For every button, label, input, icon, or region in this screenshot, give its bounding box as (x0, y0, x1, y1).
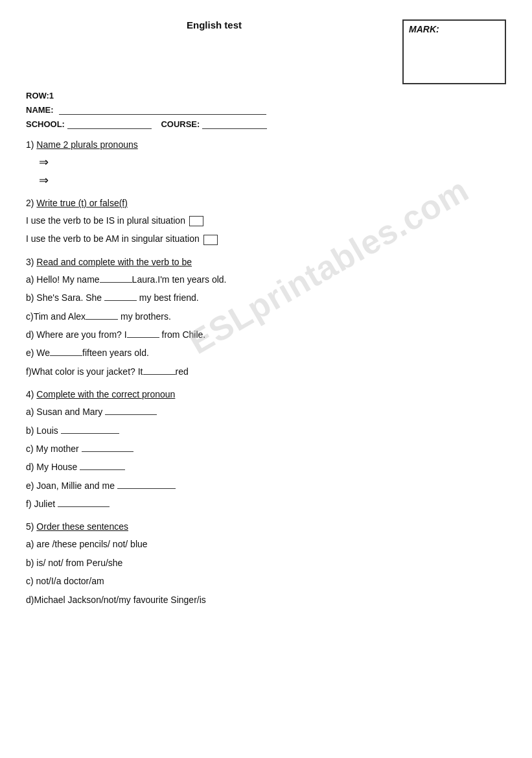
section-3-item-a: a) Hello! My nameLaura.I'm ten years old… (26, 272, 506, 287)
section-2: 2) Write true (t) or false(f) I use the … (26, 198, 506, 246)
section-3-item-f: f)What color is your jacket? Itred (26, 364, 506, 379)
section-2-item-2: I use the verb to be AM in singular situ… (26, 231, 506, 246)
section-3-item-c: c)Tim and Alex my brothers. (26, 309, 506, 324)
section-5-item-c-text: not/I/a doctor/am (36, 576, 104, 586)
section-2-number: 2) (26, 198, 34, 208)
section-2-item-1: I use the verb to be IS in plural situat… (26, 213, 506, 228)
row-label: ROW:1 (26, 91, 506, 101)
blank-3f[interactable] (143, 364, 176, 375)
school-label: SCHOOL: (26, 119, 65, 129)
section-3-number: 3) (26, 257, 34, 267)
blank-3a[interactable] (100, 272, 132, 283)
section-3-item-d: d) Where are you from? I from Chile. (26, 327, 506, 342)
name-label: NAME: (26, 105, 54, 115)
section-5-item-b-text: is/ not/ from Peru/she (36, 558, 122, 568)
section-5-item-c: c) not/I/a doctor/am (26, 574, 506, 588)
section-4: 4) Complete with the correct pronoun a) … (26, 389, 506, 511)
blank-4c[interactable] (82, 442, 133, 452)
section-4-item-b: b) Louis (26, 423, 506, 438)
mark-box: MARK: (402, 19, 506, 84)
section-4-item-a: a) Susan and Mary (26, 405, 506, 419)
blank-3e[interactable] (50, 346, 82, 356)
section-3-item-b: b) She's Sara. She my best friend. (26, 290, 506, 305)
blank-4b[interactable] (61, 423, 119, 434)
course-label: COURSE: (161, 119, 200, 129)
name-row: NAME: (26, 104, 506, 115)
checkbox-1[interactable] (189, 216, 203, 226)
blank-3c[interactable] (86, 309, 118, 320)
section-2-text: Write true (t) or false(f) (36, 198, 128, 208)
section-1-text: Name 2 plurals pronouns (36, 139, 137, 150)
mark-label: MARK: (409, 24, 439, 34)
section-4-item-f: f) Juliet (26, 497, 506, 511)
section-2-title: 2) Write true (t) or false(f) (26, 198, 506, 208)
section-5: 5) Order these sentences a) are /these p… (26, 521, 506, 607)
blank-4a[interactable] (105, 405, 157, 415)
title-area: English test (26, 19, 402, 30)
section-3: 3) Read and complete with the verb to be… (26, 257, 506, 379)
section-4-title: 4) Complete with the correct pronoun (26, 389, 506, 399)
section-3-text: Read and complete with the verb to be (36, 257, 192, 267)
arrow-1: ⇒ (39, 155, 506, 169)
section-3-title: 3) Read and complete with the verb to be (26, 257, 506, 267)
section-4-text: Complete with the correct pronoun (36, 389, 175, 399)
section-4-item-c: c) My mother (26, 442, 506, 456)
section-5-item-b: b) is/ not/ from Peru/she (26, 556, 506, 570)
blank-3d[interactable] (127, 327, 159, 338)
section-1: 1) Name 2 plurals pronouns ⇒ ⇒ (26, 139, 506, 187)
arrow-2: ⇒ (39, 173, 506, 187)
name-input-line[interactable] (59, 104, 266, 115)
course-input-line[interactable] (202, 119, 267, 129)
section-4-number: 4) (26, 389, 34, 399)
section-1-number: 1) (26, 139, 34, 150)
page: ESLprintables.com English test MARK: ROW… (26, 19, 506, 607)
section-5-title: 5) Order these sentences (26, 521, 506, 532)
section-2-item-2-text: I use the verb to be AM in singular situ (26, 233, 179, 244)
school-input-line[interactable] (67, 119, 152, 129)
section-5-text: Order these sentences (36, 521, 128, 532)
page-title: English test (26, 19, 402, 30)
section-5-number: 5) (26, 521, 34, 532)
section-5-item-d: d)Michael Jackson/not/my favourite Singe… (26, 593, 506, 607)
section-3-item-e: e) Wefifteen years old. (26, 346, 506, 360)
section-4-item-e: e) Joan, Millie and me (26, 479, 506, 493)
blank-4e[interactable] (117, 479, 176, 489)
section-4-item-d: d) My House (26, 460, 506, 474)
blank-4f[interactable] (58, 497, 110, 507)
section-2-item-1-text: I use the verb to be IS in plural situ (26, 215, 166, 226)
blank-3b[interactable] (104, 290, 137, 301)
section-5-item-a-text: are /these pencils/ not/ blue (36, 539, 147, 549)
section-5-item-d-text: Michael Jackson/not/my favourite Singer/… (34, 595, 205, 605)
section-5-item-a: a) are /these pencils/ not/ blue (26, 537, 506, 551)
checkbox-2[interactable] (203, 235, 218, 245)
blank-4d[interactable] (80, 460, 125, 470)
header: English test MARK: (26, 19, 506, 84)
school-course-row: SCHOOL: COURSE: (26, 119, 506, 129)
section-1-title: 1) Name 2 plurals pronouns (26, 139, 506, 150)
